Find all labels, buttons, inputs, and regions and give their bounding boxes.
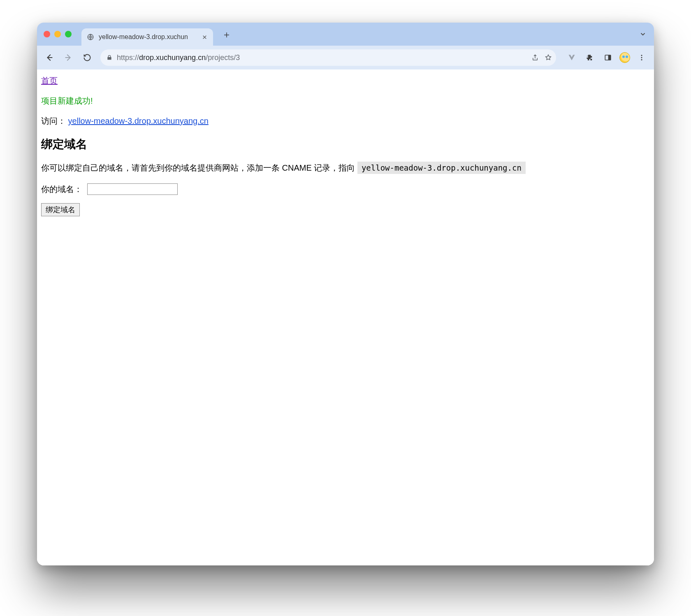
- globe-icon: [86, 33, 95, 41]
- domain-form-row: 你的域名：: [41, 183, 650, 195]
- cname-target-code: yellow-meadow-3.drop.xuchunyang.cn: [357, 162, 526, 174]
- home-link[interactable]: 首页: [41, 76, 58, 85]
- domain-input[interactable]: [87, 183, 178, 195]
- window-close-button[interactable]: [44, 31, 50, 37]
- bind-domain-heading: 绑定域名: [41, 137, 650, 152]
- url-text: https://drop.xuchunyang.cn/projects/3: [117, 53, 527, 62]
- url-path: /projects/3: [206, 53, 240, 62]
- browser-toolbar: https://drop.xuchunyang.cn/projects/3: [37, 46, 654, 69]
- project-url-link[interactable]: yellow-meadow-3.drop.xuchunyang.cn: [68, 116, 209, 125]
- svg-rect-2: [609, 55, 611, 60]
- domain-label: 你的域名：: [41, 184, 82, 195]
- bind-domain-button[interactable]: 绑定域名: [41, 203, 80, 216]
- share-icon[interactable]: [531, 54, 539, 61]
- new-tab-button[interactable]: [220, 28, 234, 42]
- extensions-icon[interactable]: [582, 49, 598, 66]
- cname-instruction: 你可以绑定自己的域名，请首先到你的域名提供商网站，添加一条 CNAME 记录，指…: [41, 161, 650, 174]
- url-host: drop.xuchunyang.cn: [139, 53, 206, 62]
- reload-button[interactable]: [79, 49, 95, 66]
- browser-window: yellow-meadow-3.drop.xuchun htt: [37, 23, 654, 565]
- instruction-text: 你可以绑定自己的域名，请首先到你的域名提供商网站，添加一条 CNAME 记录，指…: [41, 163, 357, 172]
- forward-button[interactable]: [60, 49, 77, 66]
- side-panel-icon[interactable]: [600, 49, 616, 66]
- visit-label: 访问：: [41, 116, 66, 125]
- svg-point-3: [641, 55, 642, 56]
- tab-strip: yellow-meadow-3.drop.xuchun: [37, 23, 654, 46]
- profile-avatar[interactable]: [618, 49, 632, 66]
- url-scheme: https://: [117, 53, 139, 62]
- svg-point-4: [641, 57, 642, 58]
- visit-line: 访问： yellow-meadow-3.drop.xuchunyang.cn: [41, 116, 650, 127]
- extension-vue-icon[interactable]: [563, 49, 580, 66]
- address-bar[interactable]: https://drop.xuchunyang.cn/projects/3: [100, 49, 556, 66]
- close-icon[interactable]: [201, 33, 208, 41]
- window-maximize-button[interactable]: [65, 31, 72, 37]
- bookmark-star-icon[interactable]: [545, 54, 552, 61]
- kebab-menu-icon[interactable]: [633, 49, 650, 66]
- browser-tab[interactable]: yellow-meadow-3.drop.xuchun: [81, 28, 213, 46]
- toolbar-right-icons: [563, 49, 650, 66]
- window-controls: [44, 31, 72, 37]
- svg-point-5: [641, 59, 642, 60]
- back-button[interactable]: [41, 49, 58, 66]
- success-message: 项目新建成功!: [41, 95, 650, 107]
- chevron-down-icon[interactable]: [639, 30, 647, 38]
- lock-icon: [106, 54, 113, 61]
- tab-title: yellow-meadow-3.drop.xuchun: [99, 33, 197, 41]
- window-minimize-button[interactable]: [54, 31, 61, 37]
- page-content: 首页 项目新建成功! 访问： yellow-meadow-3.drop.xuch…: [37, 69, 654, 565]
